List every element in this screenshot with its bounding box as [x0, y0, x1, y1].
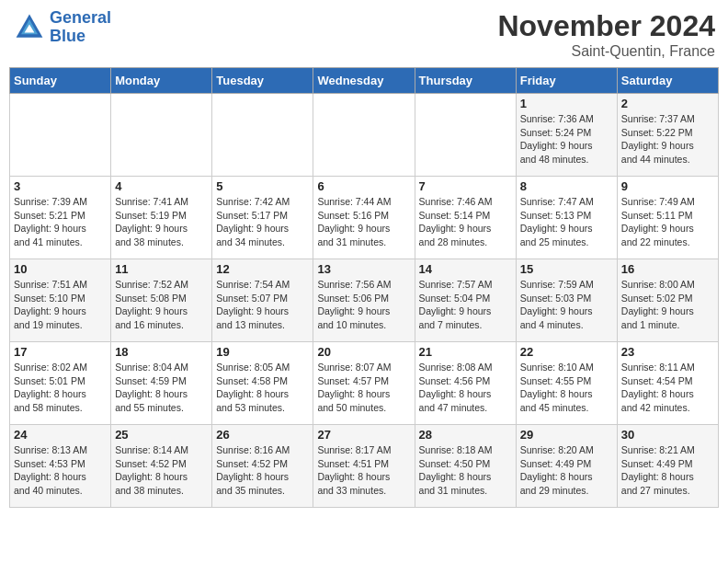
- calendar-cell: 20Sunrise: 8:07 AM Sunset: 4:57 PM Dayli…: [313, 342, 415, 425]
- day-info: Sunrise: 8:08 AM Sunset: 4:56 PM Dayligh…: [419, 361, 512, 415]
- day-info: Sunrise: 8:00 AM Sunset: 5:02 PM Dayligh…: [621, 278, 714, 332]
- day-info: Sunrise: 8:17 AM Sunset: 4:51 PM Dayligh…: [317, 443, 410, 498]
- day-number: 23: [621, 345, 714, 359]
- calendar-day-header: Saturday: [617, 68, 718, 94]
- day-info: Sunrise: 8:20 AM Sunset: 4:49 PM Dayligh…: [520, 443, 613, 498]
- day-number: 2: [621, 97, 714, 110]
- day-number: 15: [520, 262, 613, 276]
- day-number: 1: [520, 97, 613, 110]
- calendar-cell: [10, 94, 111, 177]
- logo-line2: Blue: [50, 27, 85, 45]
- calendar-cell: 17Sunrise: 8:02 AM Sunset: 5:01 PM Dayli…: [10, 342, 111, 425]
- calendar-week-row: 3Sunrise: 7:39 AM Sunset: 5:21 PM Daylig…: [10, 177, 719, 259]
- calendar-cell: 2Sunrise: 7:37 AM Sunset: 5:22 PM Daylig…: [617, 94, 718, 177]
- day-info: Sunrise: 8:07 AM Sunset: 4:57 PM Dayligh…: [317, 361, 410, 415]
- day-number: 28: [419, 428, 512, 442]
- day-number: 16: [621, 262, 714, 276]
- calendar-week-row: 17Sunrise: 8:02 AM Sunset: 5:01 PM Dayli…: [10, 342, 719, 425]
- day-info: Sunrise: 8:04 AM Sunset: 4:59 PM Dayligh…: [115, 361, 208, 415]
- calendar-body: 1Sunrise: 7:36 AM Sunset: 5:24 PM Daylig…: [10, 94, 719, 508]
- day-number: 5: [216, 179, 309, 193]
- calendar-cell: 3Sunrise: 7:39 AM Sunset: 5:21 PM Daylig…: [10, 177, 111, 259]
- location-title: Saint-Quentin, France: [497, 43, 715, 60]
- calendar-cell: 16Sunrise: 8:00 AM Sunset: 5:02 PM Dayli…: [617, 259, 718, 342]
- day-number: 13: [317, 262, 410, 276]
- day-number: 18: [115, 345, 208, 359]
- day-info: Sunrise: 7:57 AM Sunset: 5:04 PM Dayligh…: [419, 278, 512, 332]
- day-info: Sunrise: 8:13 AM Sunset: 4:53 PM Dayligh…: [14, 443, 107, 498]
- calendar-cell: 21Sunrise: 8:08 AM Sunset: 4:56 PM Dayli…: [415, 342, 516, 425]
- calendar-day-header: Monday: [111, 68, 212, 94]
- calendar-cell: 28Sunrise: 8:18 AM Sunset: 4:50 PM Dayli…: [415, 425, 516, 508]
- calendar-cell: 4Sunrise: 7:41 AM Sunset: 5:19 PM Daylig…: [111, 177, 212, 259]
- day-info: Sunrise: 8:14 AM Sunset: 4:52 PM Dayligh…: [115, 443, 208, 498]
- day-info: Sunrise: 7:59 AM Sunset: 5:03 PM Dayligh…: [520, 278, 613, 332]
- calendar-cell: 8Sunrise: 7:47 AM Sunset: 5:13 PM Daylig…: [516, 177, 617, 259]
- calendar-cell: 7Sunrise: 7:46 AM Sunset: 5:14 PM Daylig…: [415, 177, 516, 259]
- logo-text: General Blue: [50, 9, 111, 46]
- calendar-cell: [111, 94, 212, 177]
- day-info: Sunrise: 8:16 AM Sunset: 4:52 PM Dayligh…: [216, 443, 309, 498]
- logo-icon: [13, 11, 46, 44]
- day-number: 21: [419, 345, 512, 359]
- calendar-cell: 24Sunrise: 8:13 AM Sunset: 4:53 PM Dayli…: [10, 425, 111, 508]
- day-info: Sunrise: 7:36 AM Sunset: 5:24 PM Dayligh…: [520, 112, 613, 167]
- day-number: 22: [520, 345, 613, 359]
- day-info: Sunrise: 7:37 AM Sunset: 5:22 PM Dayligh…: [621, 112, 714, 167]
- calendar-cell: 12Sunrise: 7:54 AM Sunset: 5:07 PM Dayli…: [212, 259, 313, 342]
- calendar-day-header: Wednesday: [313, 68, 415, 94]
- day-info: Sunrise: 7:56 AM Sunset: 5:06 PM Dayligh…: [317, 278, 410, 332]
- calendar-cell: [212, 94, 313, 177]
- calendar-cell: 5Sunrise: 7:42 AM Sunset: 5:17 PM Daylig…: [212, 177, 313, 259]
- day-info: Sunrise: 8:11 AM Sunset: 4:54 PM Dayligh…: [621, 361, 714, 415]
- day-info: Sunrise: 7:39 AM Sunset: 5:21 PM Dayligh…: [14, 195, 107, 249]
- calendar-day-header: Tuesday: [212, 68, 313, 94]
- day-info: Sunrise: 7:51 AM Sunset: 5:10 PM Dayligh…: [14, 278, 107, 332]
- calendar-week-row: 10Sunrise: 7:51 AM Sunset: 5:10 PM Dayli…: [10, 259, 719, 342]
- calendar-header-row: SundayMondayTuesdayWednesdayThursdayFrid…: [10, 68, 719, 94]
- calendar-cell: 6Sunrise: 7:44 AM Sunset: 5:16 PM Daylig…: [313, 177, 415, 259]
- calendar-cell: 13Sunrise: 7:56 AM Sunset: 5:06 PM Dayli…: [313, 259, 415, 342]
- day-number: 11: [115, 262, 208, 276]
- calendar-cell: 25Sunrise: 8:14 AM Sunset: 4:52 PM Dayli…: [111, 425, 212, 508]
- day-number: 9: [621, 179, 714, 193]
- day-number: 27: [317, 428, 410, 442]
- calendar-cell: 27Sunrise: 8:17 AM Sunset: 4:51 PM Dayli…: [313, 425, 415, 508]
- calendar-cell: [415, 94, 516, 177]
- day-number: 8: [520, 179, 613, 193]
- day-info: Sunrise: 8:10 AM Sunset: 4:55 PM Dayligh…: [520, 361, 613, 415]
- day-number: 4: [115, 179, 208, 193]
- calendar-week-row: 24Sunrise: 8:13 AM Sunset: 4:53 PM Dayli…: [10, 425, 719, 508]
- calendar-cell: 9Sunrise: 7:49 AM Sunset: 5:11 PM Daylig…: [617, 177, 718, 259]
- day-number: 10: [14, 262, 107, 276]
- day-info: Sunrise: 8:21 AM Sunset: 4:49 PM Dayligh…: [621, 443, 714, 498]
- day-number: 3: [14, 179, 107, 193]
- day-number: 17: [14, 345, 107, 359]
- day-info: Sunrise: 8:05 AM Sunset: 4:58 PM Dayligh…: [216, 361, 309, 415]
- logo-line1: General: [50, 8, 111, 27]
- calendar-day-header: Thursday: [415, 68, 516, 94]
- calendar-cell: 18Sunrise: 8:04 AM Sunset: 4:59 PM Dayli…: [111, 342, 212, 425]
- day-info: Sunrise: 8:02 AM Sunset: 5:01 PM Dayligh…: [14, 361, 107, 415]
- day-number: 29: [520, 428, 613, 442]
- calendar-cell: 23Sunrise: 8:11 AM Sunset: 4:54 PM Dayli…: [617, 342, 718, 425]
- calendar-cell: 15Sunrise: 7:59 AM Sunset: 5:03 PM Dayli…: [516, 259, 617, 342]
- day-number: 7: [419, 179, 512, 193]
- day-info: Sunrise: 7:54 AM Sunset: 5:07 PM Dayligh…: [216, 278, 309, 332]
- calendar-week-row: 1Sunrise: 7:36 AM Sunset: 5:24 PM Daylig…: [10, 94, 719, 177]
- header: General Blue November 2024 Saint-Quentin…: [9, 9, 719, 60]
- day-info: Sunrise: 7:44 AM Sunset: 5:16 PM Dayligh…: [317, 195, 410, 249]
- calendar-cell: 22Sunrise: 8:10 AM Sunset: 4:55 PM Dayli…: [516, 342, 617, 425]
- calendar-cell: 10Sunrise: 7:51 AM Sunset: 5:10 PM Dayli…: [10, 259, 111, 342]
- day-number: 12: [216, 262, 309, 276]
- calendar-cell: 19Sunrise: 8:05 AM Sunset: 4:58 PM Dayli…: [212, 342, 313, 425]
- day-info: Sunrise: 7:46 AM Sunset: 5:14 PM Dayligh…: [419, 195, 512, 249]
- calendar-day-header: Sunday: [10, 68, 111, 94]
- calendar-cell: 26Sunrise: 8:16 AM Sunset: 4:52 PM Dayli…: [212, 425, 313, 508]
- logo: General Blue: [13, 9, 111, 46]
- day-number: 25: [115, 428, 208, 442]
- calendar-cell: 29Sunrise: 8:20 AM Sunset: 4:49 PM Dayli…: [516, 425, 617, 508]
- calendar-day-header: Friday: [516, 68, 617, 94]
- day-number: 14: [419, 262, 512, 276]
- day-number: 24: [14, 428, 107, 442]
